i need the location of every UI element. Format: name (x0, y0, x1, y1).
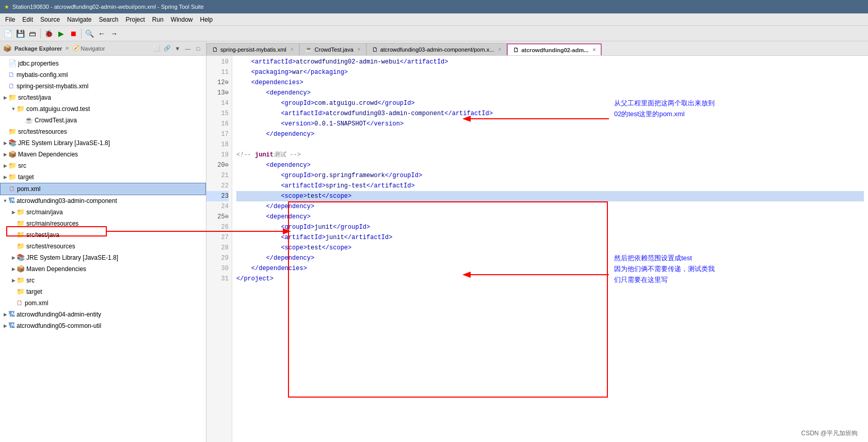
tree-item[interactable]: 📄jdbc.properties (0, 58, 206, 69)
tree-item[interactable]: 🗋spring-persist-mybatis.xml (0, 81, 206, 92)
search-files-button[interactable]: 🔍 (84, 28, 95, 39)
menu-window[interactable]: Window (168, 15, 196, 24)
link-with-editor-button[interactable]: 🔗 (163, 44, 172, 53)
tree-item[interactable]: ▶📦Maven Dependencies (0, 263, 206, 275)
file-icon: 🏗 (8, 196, 15, 206)
file-icon: ☕ (25, 116, 33, 125)
code-line: <scope>test</scope> (236, 243, 864, 253)
stop-button[interactable]: ⏹ (68, 28, 79, 39)
tree-item[interactable]: ▶📁src/test/java (0, 92, 206, 103)
panel-header: 📦 Package Explorer ✕ 🧭 Navigator ⬜ 🔗 ▼ —… (0, 41, 206, 56)
tab-close-button[interactable]: × (592, 47, 596, 53)
code-line: <artifactId>atcrowdfunding02-admin-webui… (236, 57, 864, 67)
tree-item[interactable]: ▶📁src (0, 160, 206, 171)
tree-item[interactable]: 🗋pom.xml (0, 183, 206, 195)
code-line: </dependencies> (236, 263, 864, 274)
code-line (236, 139, 864, 150)
save-all-button[interactable]: 🗃 (27, 28, 38, 39)
tree-label: src (26, 276, 35, 285)
menu-search[interactable]: Search (95, 15, 121, 24)
file-icon: 📁 (17, 219, 25, 228)
tree-item[interactable]: ☕CrowdTest.java (0, 115, 206, 126)
code-line: <packaging>war</packaging> (236, 67, 864, 77)
file-icon: 🗋 (9, 184, 15, 194)
code-line: </dependency> (236, 201, 864, 212)
navigator-label: Navigator (81, 45, 105, 52)
menu-help[interactable]: Help (197, 15, 216, 24)
tree-item[interactable]: ▶📁src (0, 275, 206, 286)
tree-item[interactable]: 📁src/main/resources (0, 218, 206, 229)
panel-icon: 📦 (3, 44, 11, 52)
tree-item[interactable]: 🗋pom.xml (0, 297, 206, 309)
tab-icon: 🗋 (513, 46, 519, 54)
tree-item[interactable]: 📁src/test/resources (0, 126, 206, 137)
navigator-tab[interactable]: 🧭 Navigator (72, 45, 105, 52)
tree-item[interactable]: ▼🏗atcrowdfunding03-admin-component (0, 195, 206, 207)
package-explorer-tab[interactable]: Package Explorer (14, 45, 62, 52)
forward-button[interactable]: → (108, 28, 120, 39)
file-icon: 📁 (17, 208, 25, 217)
tree-item[interactable]: ▶📦Maven Dependencies (0, 149, 206, 160)
tab-close-button[interactable]: × (498, 46, 501, 52)
tree-item[interactable]: ▶📁src/main/java (0, 207, 206, 218)
new-button[interactable]: 📄 (2, 28, 13, 39)
tree-item[interactable]: ▶📁target (0, 171, 206, 183)
file-icon: 📁 (8, 127, 17, 136)
tree-label: pom.xml (25, 298, 48, 308)
debug-button[interactable]: 🐞 (43, 28, 54, 39)
code-editor[interactable]: 101112⊖13⊖14151617181920⊖2122232425⊖2627… (206, 56, 868, 442)
run-button[interactable]: ▶ (55, 28, 67, 39)
line-number: 26 (206, 222, 229, 232)
separator1 (40, 28, 41, 39)
line-number: 12⊖ (206, 77, 229, 88)
line-number: 10 (206, 57, 229, 67)
tree-label: target (18, 172, 34, 182)
tree-item[interactable]: 🗋mybatis-config.xml (0, 69, 206, 81)
code-content[interactable]: <artifactId>atcrowdfunding02-admin-webui… (232, 56, 868, 442)
tab-label: spring-persist-mybatis.xml (220, 46, 286, 53)
editor-tab-0[interactable]: 🗋spring-persist-mybatis.xml× (206, 43, 299, 55)
code-line: <artifactId>atcrowdfunding03-admin-compo… (236, 108, 864, 119)
tree-item[interactable]: ▼📁com.atguigu.crowd.test (0, 103, 206, 115)
line-number: 27 (206, 232, 229, 243)
editor-tab-3[interactable]: 🗋atcrowdfunding02-adm...× (507, 43, 602, 56)
tree-label: atcrowdfunding05-common-util (17, 321, 101, 330)
line-number: 11 (206, 67, 229, 77)
line-number: 24 (206, 201, 229, 212)
maximize-button[interactable]: □ (194, 44, 203, 53)
main-layout: 📦 Package Explorer ✕ 🧭 Navigator ⬜ 🔗 ▼ —… (0, 41, 868, 442)
menu-project[interactable]: Project (122, 15, 148, 24)
minimize-button[interactable]: — (183, 44, 192, 53)
editor-tab-2[interactable]: 🗋atcrowdfunding03-admin-component/pom.x.… (366, 43, 507, 55)
tree-item[interactable]: 📁src/test/resources (0, 241, 206, 252)
menu-run[interactable]: Run (149, 15, 167, 24)
tree-item[interactable]: ▶📚JRE System Library [JavaSE-1.8] (0, 137, 206, 149)
tab-label: atcrowdfunding02-adm... (521, 47, 588, 53)
code-line: <dependencies> (236, 77, 864, 88)
tab-close-button[interactable]: × (358, 46, 361, 52)
code-line: </dependency> (236, 253, 864, 263)
line-number: 22 (206, 181, 229, 191)
tree-item[interactable]: 📁target (0, 286, 206, 297)
tree-item[interactable]: ▶🏗atcrowdfunding05-common-util (0, 320, 206, 332)
file-icon: 📚 (17, 253, 25, 262)
menu-source[interactable]: Source (37, 15, 63, 24)
tree-item[interactable]: ▶📚JRE System Library [JavaSE-1.8] (0, 252, 206, 263)
tab-close-button[interactable]: × (291, 46, 294, 52)
back-button[interactable]: ← (96, 28, 107, 39)
collapse-all-button[interactable]: ⬜ (152, 44, 162, 53)
menu-navigate[interactable]: Navigate (64, 15, 94, 24)
file-icon: 📚 (8, 138, 17, 148)
menu-edit[interactable]: Edit (19, 15, 36, 24)
save-button[interactable]: 💾 (14, 28, 26, 39)
panel-menu-button[interactable]: ▼ (173, 44, 182, 53)
tree-arrow: ▼ (10, 104, 17, 114)
tree-label: spring-persist-mybatis.xml (17, 82, 88, 91)
code-line: <dependency> (236, 88, 864, 98)
tree-item[interactable]: ▶🏗atcrowdfunding04-admin-entity (0, 309, 206, 320)
tree-label: src/main/java (26, 208, 63, 217)
editor-tab-1[interactable]: ☕CrowdTest.java× (299, 43, 366, 55)
menu-file[interactable]: File (2, 15, 18, 24)
line-number: 31 (206, 274, 229, 284)
tree-item[interactable]: 📁src/test/java (0, 229, 206, 241)
